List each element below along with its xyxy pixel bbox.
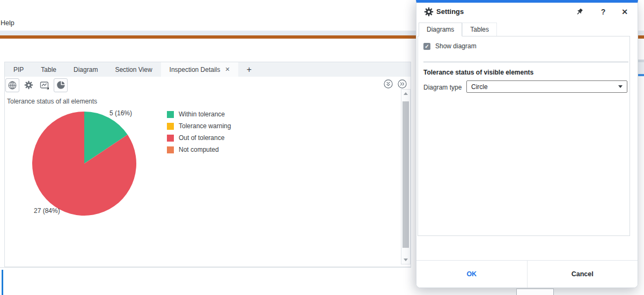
legend-label: Not computed [179, 146, 219, 153]
image-diagram-button[interactable] [38, 78, 52, 92]
show-diagram-row[interactable]: ✓ Show diagram [423, 42, 477, 50]
add-tab-button[interactable]: + [238, 62, 259, 77]
diagram-type-label: Diagram type [423, 84, 462, 91]
pie-chart-icon [56, 80, 65, 90]
application-window: Help PIPTableDiagramSection ViewInspecti… [0, 0, 644, 295]
legend-swatch [167, 146, 174, 153]
globe-icon [8, 80, 17, 90]
background-panel-tabbar [638, 62, 644, 74]
help-icon: ? [601, 8, 606, 16]
dialog-content-panel: ✓ Show diagram Tolerance status of visib… [418, 36, 630, 236]
tab-pip[interactable]: PIP [5, 62, 32, 77]
menu-item-help[interactable]: Help [1, 19, 14, 27]
settings-gear-icon [424, 7, 434, 17]
tab-diagram[interactable]: Diagram [65, 62, 106, 77]
tab-label: PIP [13, 66, 24, 73]
tab-label: Diagram [74, 66, 98, 73]
globe-button[interactable] [5, 78, 19, 92]
tab-label: Inspection Details [170, 66, 221, 73]
image-diagram-icon [40, 80, 49, 90]
legend-swatch [167, 135, 174, 142]
show-diagram-checkbox[interactable]: ✓ [423, 43, 430, 50]
collapse-all-icon[interactable] [384, 79, 393, 88]
pin-button[interactable] [575, 7, 584, 17]
main-tabbar: PIPTableDiagramSection ViewInspection De… [5, 62, 411, 77]
dialog-footer: OK Cancel [416, 260, 638, 287]
settings-dialog: Settings ? ✕ DiagramsTables ✓ Show dia [416, 0, 638, 288]
section-heading: Tolerance status of visible elements [423, 69, 533, 76]
section-divider [423, 61, 628, 63]
dialog-tab-label: Tables [470, 26, 489, 33]
chevron-down-icon [618, 85, 623, 88]
partial-button-below-dialog[interactable] [516, 289, 554, 295]
scroll-up-icon[interactable] [401, 92, 410, 95]
pin-icon [575, 8, 584, 16]
legend-label: Tolerance warning [179, 122, 231, 130]
tab-table[interactable]: Table [32, 62, 65, 77]
expand-panel-icon[interactable] [398, 79, 407, 88]
tab-inspection-details[interactable]: Inspection Details✕ [161, 62, 239, 77]
legend-item: Not computed [167, 146, 231, 153]
help-button[interactable]: ? [598, 7, 608, 17]
scroll-down-icon[interactable] [401, 259, 410, 261]
vertical-scrollbar[interactable] [401, 89, 411, 264]
legend-swatch [167, 111, 174, 118]
dialog-title: Settings [436, 8, 464, 16]
legend-label: Out of tolerance [179, 134, 224, 142]
close-tab-icon[interactable]: ✕ [225, 66, 230, 73]
tab-label: Section View [115, 66, 152, 73]
settings-button[interactable] [21, 78, 35, 92]
cancel-button[interactable]: Cancel [528, 261, 638, 287]
pie-chart [32, 111, 137, 216]
background-panel-active-tab-underline [638, 74, 644, 76]
scrollbar-thumb[interactable] [402, 101, 409, 248]
dialog-tab-tables[interactable]: Tables [462, 23, 497, 36]
pie-diagram-button[interactable] [54, 78, 68, 92]
close-dialog-button[interactable]: ✕ [620, 7, 630, 17]
close-icon: ✕ [621, 8, 628, 16]
gear-icon [24, 80, 33, 90]
diagram-type-dropdown[interactable]: Circle [466, 80, 627, 93]
pie-slice-label-within: 5 (16%) [109, 109, 132, 117]
chart-title: Tolerance status of all elements [7, 98, 97, 105]
dropdown-value: Circle [471, 83, 488, 91]
show-diagram-label: Show diagram [435, 42, 477, 50]
tab-label: Table [41, 66, 56, 73]
legend-label: Within tolerance [179, 110, 225, 118]
check-icon: ✓ [425, 43, 429, 50]
pie-slice-label-out: 27 (84%) [34, 207, 60, 215]
tab-section-view[interactable]: Section View [106, 62, 160, 77]
chart-legend: Within toleranceTolerance warningOut of … [167, 110, 231, 153]
legend-item: Tolerance warning [167, 122, 231, 130]
legend-item: Within tolerance [167, 110, 231, 118]
dialog-tabbar: DiagramsTables [419, 23, 497, 36]
legend-item: Out of tolerance [167, 134, 231, 142]
legend-swatch [167, 123, 174, 130]
dialog-tab-diagrams[interactable]: Diagrams [419, 23, 462, 36]
dialog-tab-label: Diagrams [427, 26, 454, 33]
diagram-toolbar [5, 77, 68, 93]
ok-button[interactable]: OK [416, 261, 528, 287]
inspection-panel: PIPTableDiagramSection ViewInspection De… [4, 62, 411, 267]
selected-panel-edge [2, 270, 3, 295]
panel-bottom-divider [0, 267, 411, 268]
